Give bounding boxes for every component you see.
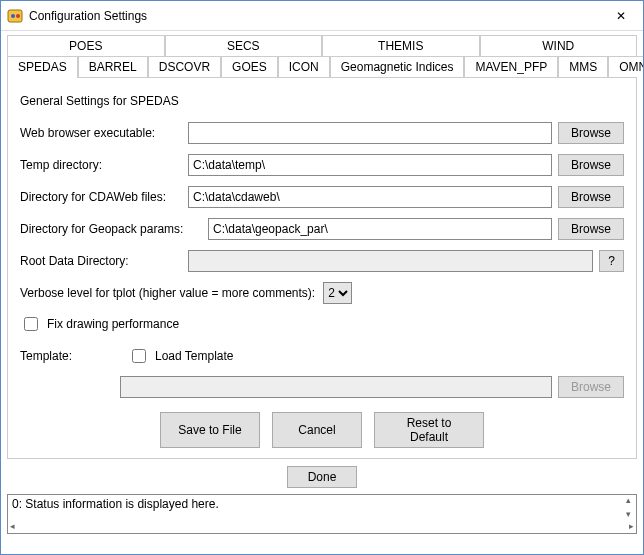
scroll-down-icon: ▾ [620,509,636,519]
close-icon: ✕ [616,9,626,23]
tab-themis[interactable]: THEMIS [322,35,480,56]
input-cdaweb-dir[interactable] [188,186,552,208]
label-fix-drawing: Fix drawing performance [47,317,179,331]
label-cdaweb-dir: Directory for CDAWeb files: [20,190,180,204]
scroll-right-icon: ▸ [629,521,634,531]
cancel-button[interactable]: Cancel [272,412,362,448]
status-box: 0: Status information is displayed here.… [7,494,637,534]
row-cdaweb-dir: Directory for CDAWeb files: Browse [20,186,624,208]
label-load-template: Load Template [155,349,234,363]
tab-row-upper: POES SECS THEMIS WIND [7,35,637,56]
input-root-dir [188,250,593,272]
label-web-browser: Web browser executable: [20,126,180,140]
tab-goes[interactable]: GOES [221,56,278,77]
browse-temp-dir[interactable]: Browse [558,154,624,176]
input-web-browser[interactable] [188,122,552,144]
tab-wind[interactable]: WIND [480,35,638,56]
action-row: Save to File Cancel Reset to Default [20,412,624,448]
tab-maven[interactable]: MAVEN_PFP [464,56,558,77]
tab-barrel[interactable]: BARREL [78,56,148,77]
tab-row-lower: SPEDAS BARREL DSCOVR GOES ICON Geomagnet… [7,56,637,78]
help-root-dir[interactable]: ? [599,250,624,272]
settings-panel: General Settings for SPEDAS Web browser … [7,77,637,459]
scroll-up-icon: ▴ [620,495,636,505]
browse-web-browser[interactable]: Browse [558,122,624,144]
label-verbose: Verbose level for tplot (higher value = … [20,286,315,300]
panel-heading: General Settings for SPEDAS [20,94,624,108]
tab-spedas[interactable]: SPEDAS [7,56,78,77]
window-title: Configuration Settings [29,9,598,23]
browse-cdaweb-dir[interactable]: Browse [558,186,624,208]
label-temp-dir: Temp directory: [20,158,180,172]
titlebar: Configuration Settings ✕ [1,1,643,31]
scroll-left-icon: ◂ [10,521,15,531]
load-template-wrap: Load Template [128,346,234,366]
checkbox-load-template[interactable] [132,349,146,363]
row-temp-dir: Temp directory: Browse [20,154,624,176]
row-web-browser: Web browser executable: Browse [20,122,624,144]
app-icon [7,8,23,24]
tab-secs[interactable]: SECS [165,35,323,56]
reset-button[interactable]: Reset to Default [374,412,484,448]
scrollbar-vertical[interactable]: ▴ ▾ [620,495,636,519]
done-button[interactable]: Done [287,466,357,488]
save-button[interactable]: Save to File [160,412,260,448]
select-verbose[interactable]: 2 [323,282,352,304]
tab-dscovr[interactable]: DSCOVR [148,56,221,77]
input-temp-dir[interactable] [188,154,552,176]
checkbox-fix-drawing[interactable] [24,317,38,331]
input-geopack-dir[interactable] [208,218,552,240]
row-fix-drawing: Fix drawing performance [20,314,624,334]
scrollbar-horizontal[interactable]: ◂ ▸ [8,519,636,533]
browse-template: Browse [558,376,624,398]
row-template-path: Browse [20,376,624,398]
done-row: Done [1,466,643,488]
label-template: Template: [20,349,120,363]
label-root-dir: Root Data Directory: [20,254,180,268]
input-template-path [120,376,552,398]
tab-mms[interactable]: MMS [558,56,608,77]
row-root-dir: Root Data Directory: ? [20,250,624,272]
tab-poes[interactable]: POES [7,35,165,56]
close-button[interactable]: ✕ [598,1,643,31]
label-geopack-dir: Directory for Geopack params: [20,222,200,236]
svg-point-2 [16,14,20,18]
browse-geopack-dir[interactable]: Browse [558,218,624,240]
status-text: 0: Status information is displayed here. [8,495,636,513]
row-geopack-dir: Directory for Geopack params: Browse [20,218,624,240]
tab-icon[interactable]: ICON [278,56,330,77]
tab-omni[interactable]: OMNI [608,56,644,77]
row-template-header: Template: Load Template [20,346,624,366]
tab-geomag[interactable]: Geomagnetic Indices [330,56,465,77]
row-verbose: Verbose level for tplot (higher value = … [20,282,624,304]
svg-point-1 [11,14,15,18]
